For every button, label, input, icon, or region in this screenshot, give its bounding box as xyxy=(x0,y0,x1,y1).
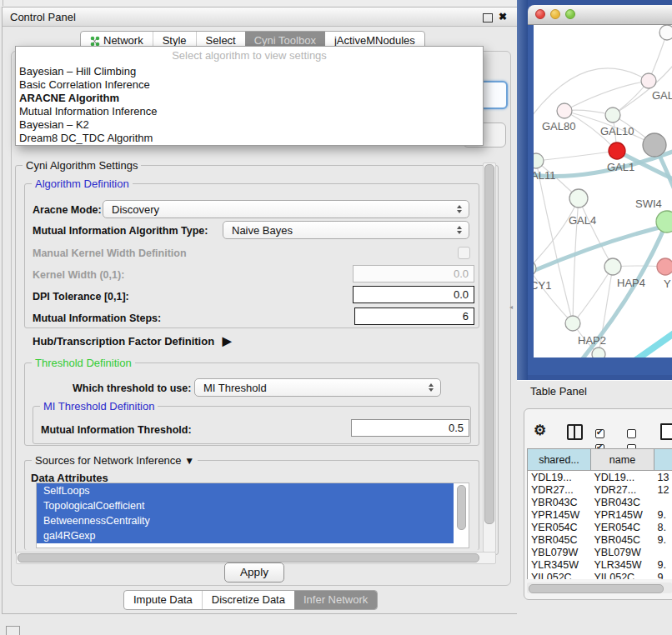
table-row[interactable]: YBR043CYBR043C xyxy=(528,496,672,508)
dpi-tolerance-field[interactable]: 0.0 xyxy=(353,286,474,303)
table-cell: YDR27... xyxy=(591,483,654,496)
algorithm-option[interactable]: Dream8 DC_TDC Algorithm xyxy=(16,132,483,145)
hub-definition-toggle[interactable]: Hub/Transcription Factor Definition ▶ xyxy=(33,334,232,348)
sources-title-row[interactable]: Sources for Network Inference ▼ xyxy=(32,454,198,467)
mi-steps-field[interactable]: 6 xyxy=(354,308,474,325)
mi-threshold-label: Mutual Information Threshold: xyxy=(41,424,192,436)
algorithm-option[interactable]: Bayesian – K2 xyxy=(16,118,483,132)
network-node-y[interactable] xyxy=(657,258,672,275)
algorithm-popup-list: Bayesian – Hill ClimbingBasic Correlatio… xyxy=(16,65,483,145)
table-column-header[interactable]: shared... xyxy=(528,449,591,471)
attribute-list-item[interactable]: BetweennessCentrality xyxy=(37,513,454,528)
network-node-gal[interactable] xyxy=(641,73,656,88)
expanded-arrow-icon[interactable]: ▼ xyxy=(184,455,194,467)
network-node-label: SWI4 xyxy=(635,198,662,210)
table-row[interactable]: YBL079WYBL079W xyxy=(528,546,672,558)
tab-label: Impute Data xyxy=(133,591,193,609)
network-icon xyxy=(90,36,100,47)
which-threshold-combobox[interactable]: MI Threshold xyxy=(194,378,441,397)
manual-kernel-checkbox[interactable] xyxy=(458,247,470,259)
table-row[interactable]: YDR27...YDR27...12 xyxy=(528,483,672,496)
apply-button[interactable]: Apply xyxy=(224,562,284,582)
table-column-header[interactable] xyxy=(654,449,672,471)
network-edge[interactable] xyxy=(534,198,579,268)
network-node-label: GAL10 xyxy=(600,125,634,138)
attribute-list-item[interactable]: TopologicalCoefficient xyxy=(37,498,454,513)
network-edge[interactable] xyxy=(536,161,573,323)
network-window-titlebar[interactable] xyxy=(528,5,672,25)
network-canvas[interactable]: GALGAL80GAL10GAL1GAL11GAL4SWI4HAP4YGCY1H… xyxy=(534,25,672,358)
zoom-traffic-light[interactable] xyxy=(565,9,575,19)
attribute-list-item[interactable]: gal4RGexp xyxy=(37,528,454,543)
panel-divider-grip[interactable]: ◂ xyxy=(509,304,513,311)
table-cell: 9. xyxy=(654,533,672,546)
data-attributes-list[interactable]: SelfLoopsTopologicalCoefficientBetweenne… xyxy=(36,482,469,548)
mi-threshold-field[interactable]: 0.5 xyxy=(351,419,469,437)
table-header-row: shared...name xyxy=(528,449,672,471)
combo-arrows-icon xyxy=(457,226,462,234)
table-row[interactable]: YBR045CYBR045C9. xyxy=(528,533,672,546)
minimize-traffic-light[interactable] xyxy=(550,9,560,19)
network-node-gal10[interactable] xyxy=(605,108,620,122)
collapsed-panel-icon[interactable] xyxy=(6,626,20,635)
algorithm-option[interactable]: ARACNE Algorithm xyxy=(16,92,483,105)
manual-kernel-label: Manual Kernel Width Definition xyxy=(33,248,187,259)
algorithm-option[interactable]: Mutual Information Inference xyxy=(16,105,483,118)
float-window-icon[interactable] xyxy=(483,13,493,22)
tab-discretize-data[interactable]: Discretize Data xyxy=(202,591,294,609)
kernel-width-field[interactable]: 0.0 xyxy=(353,265,474,282)
top-strip xyxy=(0,0,517,7)
network-edge[interactable] xyxy=(534,68,649,125)
network-edge[interactable] xyxy=(536,151,617,161)
algorithm-option[interactable]: Bayesian – Hill Climbing xyxy=(16,65,483,78)
columns-icon[interactable] xyxy=(567,424,583,440)
table-cell: YBR043C xyxy=(591,496,654,508)
hub-definition-label: Hub/Transcription Factor Definition xyxy=(33,335,214,348)
control-panel-titlebar[interactable]: Control Panel xyxy=(3,8,517,27)
table-horizontal-scrollbar-thumb[interactable] xyxy=(529,584,664,593)
node-table-clip: shared...name YDL19...YDL19...13YDR27...… xyxy=(527,448,672,579)
network-node-gcy1[interactable] xyxy=(534,261,536,276)
network-edge[interactable] xyxy=(534,268,573,323)
gear-icon[interactable]: ⚙ xyxy=(534,423,546,438)
table-column-header[interactable]: name xyxy=(591,449,654,471)
settings-horizontal-scrollbar-thumb[interactable] xyxy=(18,553,479,562)
table-cell: YER054C xyxy=(528,521,591,533)
settings-vertical-scrollbar-thumb[interactable] xyxy=(484,164,494,524)
desktop-background-edge xyxy=(517,0,528,380)
close-traffic-light[interactable] xyxy=(535,9,545,19)
network-node[interactable] xyxy=(643,133,666,157)
aracne-mode-combobox[interactable]: Discovery xyxy=(103,200,469,218)
network-node-gal80[interactable] xyxy=(557,103,572,118)
network-node[interactable] xyxy=(659,25,672,40)
file-icon[interactable] xyxy=(660,423,672,440)
network-node-swi4[interactable] xyxy=(656,211,672,232)
network-node-gal4[interactable] xyxy=(569,189,588,208)
network-node[interactable] xyxy=(592,348,605,358)
network-edge[interactable] xyxy=(634,330,672,358)
table-row[interactable]: YIL052CYIL052C9 xyxy=(528,571,672,579)
network-node-hap4[interactable] xyxy=(604,258,621,275)
table-row[interactable]: YLR345WYLR345W9. xyxy=(528,558,672,571)
algorithm-option[interactable]: Basic Correlation Inference xyxy=(16,78,483,92)
tab-impute-data[interactable]: Impute Data xyxy=(124,591,202,609)
network-node-gal11[interactable] xyxy=(534,153,544,168)
close-panel-icon[interactable]: ✖ xyxy=(499,12,507,21)
network-node-gal1[interactable] xyxy=(609,142,625,159)
mi-algorithm-type-combobox[interactable]: Naive Bayes xyxy=(223,221,469,239)
node-table[interactable]: shared...name YDL19...YDL19...13YDR27...… xyxy=(527,448,672,579)
table-row[interactable]: YER054CYER054C8. xyxy=(528,521,672,533)
control-panel-title: Control Panel xyxy=(10,11,76,23)
table-cell: YBR043C xyxy=(528,496,591,508)
network-node-label: GAL11 xyxy=(534,169,556,182)
table-row[interactable]: YPR145WYPR145W9. xyxy=(528,508,672,521)
attribute-list-item[interactable]: SelfLoops xyxy=(37,483,454,498)
network-node-hap2[interactable] xyxy=(565,316,580,331)
tab-infer-network[interactable]: Infer Network xyxy=(294,591,377,609)
network-edge[interactable] xyxy=(573,267,613,323)
attributes-scrollbar-thumb[interactable] xyxy=(457,485,466,530)
network-edge[interactable] xyxy=(579,198,613,267)
collapsed-arrow-icon[interactable]: ▶ xyxy=(223,334,232,348)
network-view-window: GALGAL80GAL10GAL1GAL11GAL4SWI4HAP4YGCY1H… xyxy=(528,5,672,375)
table-row[interactable]: YDL19...YDL19...13 xyxy=(528,471,672,484)
